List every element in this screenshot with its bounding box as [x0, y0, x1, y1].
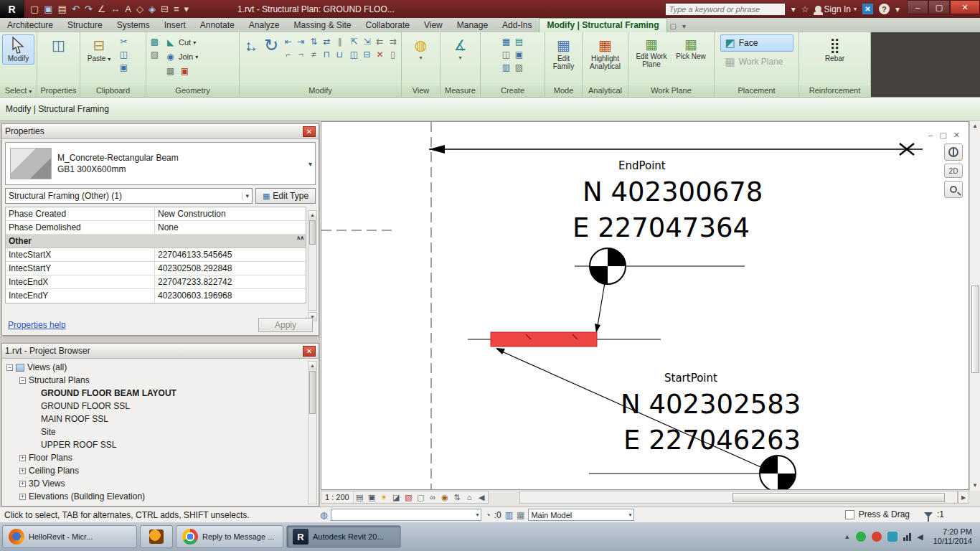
cut-geometry-button[interactable]: ◣ Cut ▾ [163, 36, 237, 49]
view-close-icon[interactable]: ✕ [953, 131, 960, 140]
properties-scrollbar[interactable]: ▲ [308, 210, 317, 311]
type-selector-dropdown-icon[interactable]: ▾ [308, 160, 312, 168]
selection-filter-icon[interactable] [924, 512, 933, 517]
search-icon[interactable]: ▾ [791, 4, 796, 14]
tree-item-structural-plans[interactable]: − Structural Plans [4, 374, 317, 387]
zoom-button[interactable] [944, 181, 963, 198]
edit-family-button[interactable]: ▦ Edit Family [547, 34, 580, 72]
property-row[interactable]: Phase Created New Construction [6, 207, 306, 221]
tray-green-status-icon[interactable] [856, 532, 866, 542]
scrollbar-thumb[interactable] [309, 371, 316, 414]
tab-structure[interactable]: Structure [60, 19, 110, 32]
edit-work-plane-button[interactable]: ▦ Edit Work Plane [633, 34, 670, 70]
scale-button[interactable]: 1 : 200 [321, 491, 354, 503]
property-group-header[interactable]: Other ∧∧ [6, 235, 306, 248]
move-button[interactable]: ↔ ↔ [242, 37, 260, 56]
apply-button[interactable]: Apply [258, 318, 313, 332]
network-icon[interactable] [903, 532, 911, 541]
scroll-up-icon[interactable]: ▲ [970, 121, 980, 129]
hide-elements-button[interactable]: ◍ ▾ [405, 34, 438, 63]
scroll-down-icon[interactable]: ▼ [970, 482, 980, 489]
match-type-icon[interactable]: ▣ [118, 62, 130, 73]
undo-icon[interactable]: ↶ [72, 4, 80, 14]
tab-analyze[interactable]: Analyze [242, 19, 287, 32]
property-row[interactable]: IntecEndX 227047233.822742 [6, 276, 306, 289]
view-restore-icon[interactable]: ▢ [939, 131, 946, 140]
tray-red-status-icon[interactable] [872, 532, 882, 542]
cut-to-clipboard-icon[interactable]: ✂ [118, 36, 130, 47]
project-browser-header[interactable]: 1.rvt - Project Browser ✕ [2, 344, 319, 359]
drawing-area[interactable]: EndPoint N 402300678 E 227047364 StartPo… [320, 121, 980, 507]
wall-joins-icon[interactable]: ▣ [179, 65, 191, 77]
tree-item-views[interactable]: − Views (all) [4, 361, 317, 374]
tab-massing-site[interactable]: Massing & Site [287, 19, 359, 32]
editable-only-icon[interactable]: ◔ [485, 510, 490, 520]
expand-icon[interactable]: + [19, 481, 26, 487]
delete-icon[interactable]: ✕ [374, 49, 386, 60]
scroll-up-icon[interactable]: ▲ [308, 362, 316, 370]
pick-new-work-plane-button[interactable]: ▦ Pick New [672, 34, 710, 62]
subscription-icon[interactable]: ☆ [801, 4, 809, 14]
design-options-icon[interactable]: ▥ [505, 510, 513, 520]
default-3d-view-icon[interactable]: ◈ [149, 4, 156, 14]
save-icon[interactable]: ▣ [44, 4, 52, 14]
tab-collaborate[interactable]: Collaborate [359, 19, 417, 32]
tree-item-upper-roof-ssl[interactable]: UPPER ROOF SSL [4, 438, 317, 451]
close-button[interactable]: ✕ [950, 0, 980, 14]
type-selector[interactable]: M_Concrete-Rectangular Beam GB1 300X600m… [5, 142, 316, 185]
edit-type-button[interactable]: ▦ Edit Type [255, 188, 316, 204]
temporary-hide-isolate-icon[interactable]: ∞ [427, 493, 439, 501]
tab-insert[interactable]: Insert [157, 19, 193, 32]
view-minimize-icon[interactable]: – [928, 131, 933, 140]
reveal-hidden-elements-icon[interactable]: ◉ [439, 493, 451, 502]
create-group-icon[interactable]: ▦ [500, 36, 512, 47]
properties-header[interactable]: Properties ✕ [2, 124, 319, 139]
properties-close-button[interactable]: ✕ [303, 126, 316, 137]
mirror-icon[interactable]: ⇄ [321, 36, 333, 47]
tree-item-site[interactable]: Site [4, 425, 317, 438]
worksets-icon[interactable]: ◍ [320, 510, 327, 520]
create-section-box-icon[interactable]: ▥ [500, 62, 512, 73]
join-tool-icon[interactable]: ⇉ [387, 36, 399, 47]
sign-in-button[interactable]: Sign In ▾ [815, 4, 857, 14]
unjoin-icon[interactable]: ⇇ [374, 36, 386, 47]
tree-item-ceiling-plans[interactable]: + Ceiling Plans [4, 464, 317, 477]
horizontal-scrollbar[interactable] [519, 491, 958, 504]
join-geometry-button[interactable]: ◉ Join ▾ [163, 50, 237, 63]
taskbar-browser-button[interactable]: HelloRevit - Micr... [2, 525, 137, 548]
property-row[interactable]: Phase Demolished None [6, 221, 306, 235]
text-icon[interactable]: A [125, 4, 131, 14]
section-icon[interactable]: ⊟ [161, 4, 169, 14]
scroll-right-button[interactable]: ▶ [958, 491, 969, 504]
tab-architecture[interactable]: Architecture [0, 19, 60, 32]
paste-button[interactable]: ⊟ Paste ▾ [83, 34, 116, 65]
align-icon[interactable]: ⇤ [282, 36, 294, 47]
property-row[interactable]: IntecStartX 227046133.545645 [6, 248, 306, 262]
visual-style-icon[interactable]: ▣ [366, 493, 378, 502]
scrollbar-thumb[interactable] [309, 220, 316, 245]
tree-item-main-roof-ssl[interactable]: MAIN ROOF SSL [4, 413, 317, 425]
tab-modify-structural-framing[interactable]: Modify | Structural Framing [539, 18, 666, 32]
beam-joins-icon[interactable]: ▦ [164, 65, 176, 77]
property-row[interactable]: IntecEndY 402300603.196968 [6, 289, 306, 303]
tree-item-ground-floor-beam-layout[interactable]: GROUND FLOOR BEAM LAYOUT [4, 387, 317, 400]
print-icon[interactable]: ▤ [58, 4, 67, 14]
exchange-apps-icon[interactable]: ✕ [862, 4, 873, 14]
shadows-icon[interactable]: ◪ [390, 493, 402, 502]
exclude-options-icon[interactable]: ▦ [517, 510, 524, 520]
hscroll-thumb[interactable] [732, 493, 945, 502]
thin-lines-icon[interactable]: ≡ [174, 4, 179, 14]
paint-icon[interactable]: ⊟ [361, 49, 373, 60]
browser-scrollbar[interactable]: ▲ [308, 361, 317, 504]
help-dropdown-icon[interactable]: ▾ [895, 4, 900, 14]
vertical-scrollbar[interactable]: ▲ ▼ [969, 121, 980, 491]
help-icon[interactable]: ? [879, 4, 890, 14]
tray-blue-status-icon[interactable] [887, 532, 897, 542]
tree-item-floor-plans[interactable]: + Floor Plans [4, 451, 317, 464]
cope-icon[interactable]: ▩ [149, 36, 161, 47]
scroll-left-icon[interactable]: ◀ [476, 493, 488, 502]
rotate-button[interactable]: ↻ [263, 34, 280, 56]
help-search-input[interactable] [665, 3, 786, 16]
collapse-icon[interactable]: − [6, 364, 13, 371]
ribbon-display-dropdown-icon[interactable]: ▾ [679, 22, 689, 32]
